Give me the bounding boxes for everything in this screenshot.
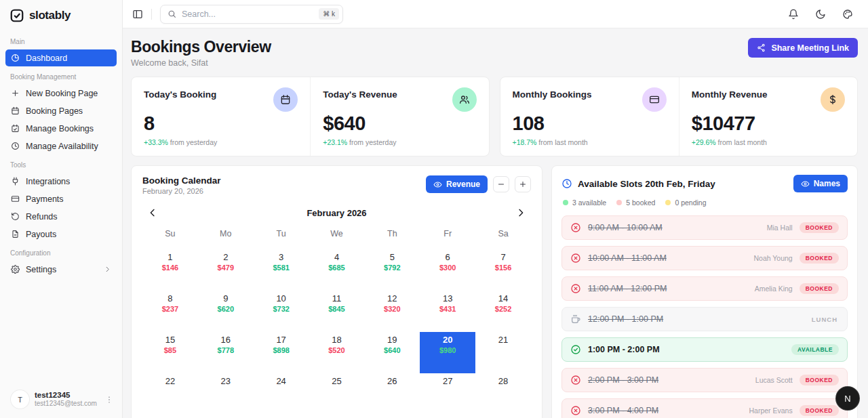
search-box[interactable]: ⌘ k bbox=[160, 5, 343, 24]
calendar-day-4[interactable]: 4 $685 bbox=[309, 249, 365, 291]
sidebar-item-payouts[interactable]: Payouts bbox=[5, 226, 117, 243]
calendar-day-27[interactable]: 27 bbox=[420, 373, 475, 415]
calendar-day-26[interactable]: 26 bbox=[364, 373, 420, 415]
calendar-day-23[interactable]: 23 bbox=[198, 373, 254, 415]
search-icon bbox=[167, 9, 176, 18]
calendar-day-20[interactable]: 20 $980 bbox=[420, 332, 475, 373]
calendar-icon bbox=[273, 87, 298, 112]
slot-status-badge: BOOKED bbox=[800, 405, 839, 416]
sidebar-toggle-icon[interactable] bbox=[132, 9, 143, 20]
calendar-day-21[interactable]: 21 bbox=[475, 332, 531, 373]
gear-icon bbox=[11, 265, 20, 274]
sidebar-item-new-booking-page[interactable]: New Booking Page bbox=[5, 85, 117, 102]
calendar-check-icon bbox=[11, 124, 20, 133]
calendar-day-10[interactable]: 10 $732 bbox=[254, 291, 309, 332]
stat-card-monthly-bookings: Monthly Bookings 108 +18.7% from last mo… bbox=[500, 77, 679, 156]
share-meeting-link-button[interactable]: Share Meeting Link bbox=[748, 38, 858, 58]
revenue-toggle-button[interactable]: Revenue bbox=[426, 175, 488, 193]
sidebar-item-dashboard[interactable]: Dashboard bbox=[5, 49, 117, 66]
dow-tu: Tu bbox=[254, 229, 309, 238]
slot-2-00-pm-3-00-pm[interactable]: 2:00 PM - 3:00 PM Lucas Scott BOOKED bbox=[561, 368, 848, 392]
slot-9-00-am-10-00-am[interactable]: 9:00 AM - 10:00 AM Mia Hall BOOKED bbox=[561, 215, 848, 240]
user-card[interactable]: T test12345 test12345@test.com bbox=[5, 388, 117, 410]
brand-logo[interactable]: slotably bbox=[5, 7, 117, 31]
legend-item: 0 pending bbox=[665, 198, 706, 207]
check-circle-icon bbox=[570, 344, 581, 355]
prev-month-chevron-left-icon[interactable] bbox=[147, 207, 158, 218]
sidebar-item-payments[interactable]: Payments bbox=[5, 190, 117, 207]
slot-10-00-am-11-00-am[interactable]: 10:00 AM - 11:00 AM Noah Young BOOKED bbox=[561, 246, 848, 270]
calendar-day-18[interactable]: 18 $520 bbox=[309, 332, 365, 373]
zoom-in-button[interactable] bbox=[515, 176, 531, 192]
stat-value: 108 bbox=[513, 112, 667, 135]
calendar-day-8[interactable]: 8 $237 bbox=[142, 291, 198, 332]
names-toggle-button[interactable]: Names bbox=[793, 175, 848, 192]
calendar-day-1[interactable]: 1 $146 bbox=[142, 249, 198, 291]
minus-icon bbox=[497, 180, 505, 188]
sidebar-nav: Main Dashboard Booking Management New Bo… bbox=[5, 31, 117, 278]
calendar-day-24[interactable]: 24 bbox=[254, 373, 309, 415]
slot-time: 10:00 AM - 11:00 AM bbox=[588, 253, 667, 263]
sidebar-item-refunds[interactable]: Refunds bbox=[5, 208, 117, 225]
calendar-title: Booking Calendar bbox=[142, 175, 221, 186]
calendar-day-16[interactable]: 16 $778 bbox=[198, 332, 254, 373]
user-name: test12345 bbox=[35, 390, 97, 400]
calendar-day-5[interactable]: 5 $792 bbox=[364, 249, 420, 291]
sidebar-item-booking-pages[interactable]: Booking Pages bbox=[5, 102, 117, 119]
next-month-chevron-right-icon[interactable] bbox=[515, 207, 526, 218]
clock-icon bbox=[11, 142, 20, 150]
calendar-day-11[interactable]: 11 $845 bbox=[309, 291, 365, 332]
credit-card-icon bbox=[642, 87, 667, 112]
command-k-shortcut: ⌘ k bbox=[319, 8, 339, 20]
page-subtitle: Welcome back, Sifat bbox=[131, 58, 271, 68]
stat-delta: +18.7% from last month bbox=[513, 138, 667, 146]
chevron-right-icon bbox=[104, 266, 111, 273]
slot-3-00-pm-4-00-pm[interactable]: 3:00 PM - 4:00 PM Harper Evans BOOKED bbox=[561, 398, 848, 418]
slot-time: 11:00 AM - 12:00 PM bbox=[588, 284, 667, 293]
calendar-day-13[interactable]: 13 $431 bbox=[420, 291, 475, 332]
slot-status-badge: BOOKED bbox=[800, 253, 839, 264]
slot-time: 9:00 AM - 10:00 AM bbox=[588, 223, 663, 232]
sidebar-item-manage-bookings[interactable]: Manage Bookings bbox=[5, 120, 117, 137]
search-input[interactable] bbox=[182, 9, 313, 19]
x-circle-icon bbox=[570, 253, 581, 264]
calendar-day-25[interactable]: 25 bbox=[309, 373, 365, 415]
calendar-day-2[interactable]: 2 $479 bbox=[198, 249, 254, 291]
calendar-day-12[interactable]: 12 $320 bbox=[364, 291, 420, 332]
calendar-day-28[interactable]: 28 bbox=[475, 373, 531, 415]
user-menu-dots-icon[interactable] bbox=[104, 395, 114, 404]
calendar-day-22[interactable]: 22 bbox=[142, 373, 198, 415]
calendar-day-3[interactable]: 3 $581 bbox=[254, 249, 309, 291]
slot-1-00-pm-2-00-pm[interactable]: 1:00 PM - 2:00 PM AVAILABLE bbox=[561, 337, 848, 362]
slot-guest-name: Lucas Scott bbox=[755, 376, 793, 384]
slot-12-00-pm-1-00-pm[interactable]: 12:00 PM - 1:00 PM LUNCH bbox=[561, 307, 848, 331]
dev-overlay-badge[interactable]: N bbox=[836, 387, 859, 410]
checkbox-logo-icon bbox=[9, 8, 24, 23]
stat-delta: +33.3% from yesterday bbox=[144, 138, 298, 146]
stat-card-monthly-revenue: Monthly Revenue $10477 +29.6% from last … bbox=[679, 77, 857, 156]
page-title: Bookings Overview bbox=[131, 38, 271, 56]
slot-status-badge: BOOKED bbox=[800, 283, 839, 294]
calendar-day-7[interactable]: 7 $156 bbox=[475, 249, 531, 291]
slot-11-00-am-12-00-pm[interactable]: 11:00 AM - 12:00 PM Amelia King BOOKED bbox=[561, 276, 848, 301]
stat-value: $10477 bbox=[692, 112, 845, 135]
calendar-day-14[interactable]: 14 $252 bbox=[475, 291, 531, 332]
calendar-day-9[interactable]: 9 $620 bbox=[198, 291, 254, 332]
bell-icon[interactable] bbox=[788, 9, 799, 20]
calendar-day-6[interactable]: 6 $300 bbox=[420, 249, 475, 291]
calendar-day-19[interactable]: 19 $640 bbox=[364, 332, 420, 373]
zoom-out-button[interactable] bbox=[493, 176, 509, 192]
palette-icon[interactable] bbox=[842, 9, 853, 20]
stat-card-today-s-revenue: Today's Revenue $640 +23.1% from yesterd… bbox=[310, 77, 488, 156]
credit-card-icon bbox=[11, 194, 20, 203]
sidebar-item-settings[interactable]: Settings bbox=[5, 261, 117, 278]
slot-guest-name: Mia Hall bbox=[767, 224, 793, 232]
users-icon bbox=[452, 87, 477, 112]
calendar-day-15[interactable]: 15 $85 bbox=[142, 332, 198, 373]
calendar-day-17[interactable]: 17 $898 bbox=[254, 332, 309, 373]
coffee-icon bbox=[570, 314, 581, 325]
sidebar-item-integrations[interactable]: Integrations bbox=[5, 173, 117, 190]
sidebar-item-manage-availability[interactable]: Manage Availability bbox=[5, 138, 117, 154]
moon-icon[interactable] bbox=[815, 9, 826, 20]
slot-time: 3:00 PM - 4:00 PM bbox=[588, 406, 658, 415]
